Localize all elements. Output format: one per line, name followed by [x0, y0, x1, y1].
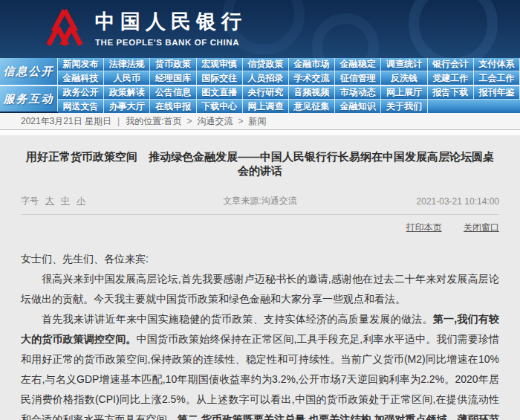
nav-cell-empty [428, 100, 474, 113]
pboc-webpage: 中国人民银行 THE PEOPLE'S BANK OF CHINA 信息公开 新… [0, 0, 520, 420]
nav-item[interactable]: 人员招录 [243, 71, 289, 85]
site-title: 中国人民银行 THE PEOPLE'S BANK OF CHINA [95, 8, 247, 47]
nav-item[interactable]: 公告信息 [150, 86, 196, 100]
article-actions-row: 打印本页 关闭窗口 [21, 215, 499, 242]
breadcrumb-link[interactable]: 首页 [164, 116, 182, 126]
nav-item[interactable]: 新闻发布 [58, 58, 104, 71]
breadcrumb-link[interactable]: 沟通交流 [198, 116, 233, 126]
close-window-link[interactable]: 关闭窗口 [464, 222, 499, 233]
nav-item[interactable]: 政策解读 [104, 86, 150, 100]
nav-item[interactable]: 经理国库 [150, 71, 196, 85]
font-size-option[interactable]: 小 [77, 196, 85, 206]
nav-item[interactable]: 图文直播 [197, 86, 243, 100]
paragraph-segment: 很高兴来到中国发展高层论坛,首先我要感谢卢迈秘书长的邀请,感谢他在过去二十年来对… [21, 273, 499, 305]
nav-item[interactable]: 金融市场 [289, 58, 335, 71]
nav-section-label-info-disclosure[interactable]: 信息公开 [0, 58, 58, 85]
nav-item[interactable]: 党建工作 [428, 71, 474, 85]
nav-item[interactable]: 办事大厅 [104, 100, 150, 113]
nav-item[interactable]: 信贷政策 [243, 58, 289, 71]
print-page-link[interactable]: 打印本页 [406, 222, 442, 233]
nav-cell-empty [474, 100, 520, 113]
nav-item[interactable]: 下载中心 [197, 100, 243, 113]
nav-item[interactable]: 报告下载 [428, 86, 474, 100]
nav-item[interactable]: 报刊年鉴 [474, 86, 520, 100]
article-title: 用好正常货币政策空间 推动绿色金融发展——中国人民银行行长易纲在中国发展高层论坛… [21, 150, 499, 178]
main-navigation: 信息公开 新闻发布法律法规货币政策宏观审慎信贷政策金融市场金融稳定调查统计银行会… [0, 58, 520, 112]
article-meta-row: 字号 大中小 文章来源:沟通交流 2021-03-21 10:14:00 [21, 195, 499, 215]
nav-item[interactable]: 征信管理 [335, 71, 381, 85]
nav-section-info-disclosure: 信息公开 新闻发布法律法规货币政策宏观审慎信贷政策金融市场金融稳定调查统计银行会… [0, 58, 520, 85]
nav-item[interactable]: 网送文告 [58, 100, 104, 113]
nav-section-services: 服务互动 政务公开政策解读公告信息图文直播央行研究音频视频市场动态网上展厅报告下… [0, 85, 520, 112]
breadcrumb-links: 首页>沟通交流>新闻 [164, 115, 267, 128]
coin-pattern-decor [409, 0, 498, 58]
nav-item[interactable]: 政务公开 [58, 86, 104, 100]
paragraph-segment: 女士们、先生们、各位来宾: [21, 253, 149, 265]
nav-section-label-services[interactable]: 服务互动 [0, 86, 58, 112]
breadcrumb-location-label: 我的位置: [126, 115, 163, 128]
nav-item[interactable]: 人民币 [104, 71, 150, 85]
nav-item[interactable]: 意见征集 [289, 100, 335, 113]
nav-item[interactable]: 银行会计 [428, 58, 474, 71]
nav-item[interactable]: 市场动态 [335, 86, 381, 100]
article-paragraph: 女士们、先生们、各位来宾: [21, 249, 499, 269]
breadcrumb-arrow-separator: > [238, 116, 244, 126]
nav-item[interactable]: 宏观审慎 [197, 58, 243, 71]
nav-item[interactable]: 反洗钱 [381, 71, 427, 85]
nav-item[interactable]: 工会工作 [474, 71, 520, 85]
nav-item[interactable]: 调查统计 [381, 58, 427, 71]
site-masthead: 中国人民银行 THE PEOPLE'S BANK OF CHINA [0, 0, 520, 58]
paragraph-segment: 首先我来讲讲近年来中国实施稳健的货币政策、支持实体经济的高质量发展的做法。 [42, 313, 433, 325]
article-paragraph: 首先我来讲讲近年来中国实施稳健的货币政策、支持实体经济的高质量发展的做法。第一,… [21, 309, 499, 420]
nav-item[interactable]: 金融科技 [58, 71, 104, 85]
article-content-area: 用好正常货币政策空间 推动绿色金融发展——中国人民银行行长易纲在中国发展高层论坛… [0, 150, 520, 420]
article-paragraph: 很高兴来到中国发展高层论坛,首先我要感谢卢迈秘书长的邀请,感谢他在过去二十年来对… [21, 269, 499, 309]
nav-item[interactable]: 学术交流 [289, 71, 335, 85]
divider-gap [0, 130, 520, 135]
nav-item[interactable]: 国际交往 [197, 71, 243, 85]
article-source: 文章来源:沟通交流 [181, 195, 340, 207]
breadcrumb: 2021年3月21日 星期日 | 我的位置: 首页>沟通交流>新闻 [0, 113, 520, 130]
nav-cells-services: 政务公开政策解读公告信息图文直播央行研究音频视频市场动态网上展厅报告下载报刊年鉴… [58, 86, 520, 112]
nav-item[interactable]: 音频视频 [289, 86, 335, 100]
paragraph-segment: 中国货币政策始终保持在正常区间,工具手段充足,利率水平适中。我们需要珍惜和用好正… [21, 333, 499, 420]
coin-pattern-decor [312, 13, 379, 58]
breadcrumb-separator: | [117, 116, 120, 126]
breadcrumb-arrow-separator: > [187, 116, 192, 126]
font-size-options: 大中小 [39, 195, 85, 207]
nav-item[interactable]: 网上展厅 [381, 86, 427, 100]
site-logo-block[interactable]: 中国人民银行 THE PEOPLE'S BANK OF CHINA [46, 6, 247, 49]
article-datetime: 2021-03-21 10:14:00 [339, 196, 499, 207]
nav-item[interactable]: 在线申报 [150, 100, 196, 113]
article-body: 女士们、先生们、各位来宾:很高兴来到中国发展高层论坛,首先我要感谢卢迈秘书长的邀… [21, 249, 499, 420]
site-title-cn: 中国人民银行 [95, 8, 247, 35]
font-size-control: 字号 大中小 [21, 195, 181, 207]
nav-item[interactable]: 支付体系 [474, 58, 520, 71]
nav-item[interactable]: 金融稳定 [335, 58, 381, 71]
nav-item[interactable]: 关于我们 [381, 100, 427, 113]
nav-cells-info-disclosure: 新闻发布法律法规货币政策宏观审慎信贷政策金融市场金融稳定调查统计银行会计支付体系… [58, 58, 520, 85]
current-date: 2021年3月21日 星期日 [21, 115, 111, 128]
font-size-label: 字号 [21, 195, 39, 207]
nav-item[interactable]: 法律法规 [104, 58, 150, 71]
breadcrumb-link[interactable]: 新闻 [249, 116, 267, 126]
nav-item[interactable]: 金融知识 [335, 100, 381, 113]
site-title-en: THE PEOPLE'S BANK OF CHINA [95, 38, 247, 47]
nav-item[interactable]: 网上调查 [243, 100, 289, 113]
font-size-option[interactable]: 大 [45, 196, 54, 206]
nav-item[interactable]: 央行研究 [243, 86, 289, 100]
pboc-emblem-icon [46, 6, 83, 49]
nav-item[interactable]: 货币政策 [150, 58, 196, 71]
font-size-option[interactable]: 中 [61, 196, 70, 206]
